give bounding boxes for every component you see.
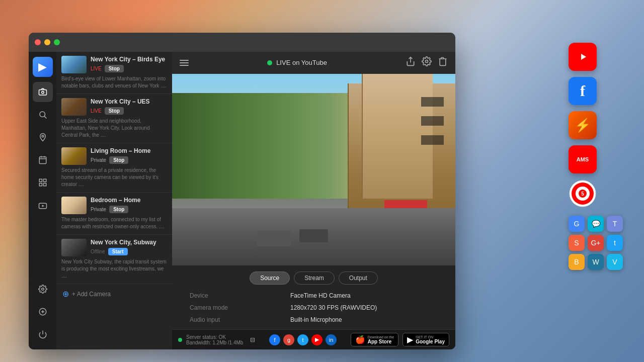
svg-point-21 — [426, 60, 428, 63]
camera-description: New York City Subway, the rapid transit … — [61, 258, 167, 280]
svg-point-15 — [41, 288, 44, 291]
tab-row: Source Stream Output — [180, 272, 448, 285]
list-item[interactable]: Living Room – Home Private Stop Secured … — [56, 143, 172, 193]
social-youtube[interactable]: ▶ — [311, 334, 323, 345]
sidebar-item-location[interactable] — [33, 127, 53, 147]
status-text: Server status: OK Bandwidth: 1.2Mb /1.4M… — [186, 334, 243, 345]
live-label: LIVE on YouTube — [276, 59, 327, 66]
camera-mode-label: Camera mode — [190, 304, 280, 311]
apple-app-store-badge[interactable]: 🍎 Download on the App Store — [351, 333, 399, 346]
trash-icon[interactable] — [438, 56, 448, 69]
apple-badge-text: Download on the App Store — [368, 335, 394, 344]
start-button[interactable]: Start — [108, 248, 128, 255]
mini-icon-s[interactable]: S — [569, 235, 585, 251]
close-button[interactable] — [35, 39, 41, 45]
target-app-icon[interactable]: 5 — [569, 179, 597, 208]
svg-rect-11 — [39, 184, 42, 186]
mini-icon-wordpress[interactable]: W — [588, 254, 604, 270]
audio-input-label: Audio input — [190, 316, 280, 323]
sidebar-item-schedule[interactable] — [33, 150, 53, 170]
status-left: Server status: OK Bandwidth: 1.2Mb /1.4M… — [178, 334, 255, 345]
svg-text:5: 5 — [581, 191, 584, 197]
svg-rect-10 — [43, 179, 46, 182]
facebook-icon: f — [580, 82, 585, 100]
list-item[interactable]: New York City – Birds Eye LIVE Stop Bird… — [56, 52, 172, 94]
social-facebook[interactable]: f — [269, 334, 280, 345]
app-window: ▶ — [29, 33, 455, 349]
minimize-button[interactable] — [44, 39, 50, 45]
apple-badge-prefix: Download on the — [368, 335, 394, 339]
sidebar-item-browse[interactable] — [33, 105, 53, 125]
stop-button[interactable]: Stop — [105, 107, 124, 115]
svg-rect-12 — [43, 184, 46, 186]
share-icon[interactable] — [406, 56, 416, 69]
camera-list: New York City – Birds Eye LIVE Stop Bird… — [56, 52, 172, 349]
camera-description: Secured stream of a private residence, t… — [61, 167, 167, 188]
server-icon: ⊟ — [250, 336, 255, 343]
add-camera-button[interactable]: ⊕ + Add Camera — [56, 284, 172, 304]
youtube-app-icon[interactable] — [569, 43, 597, 71]
video-preview — [172, 74, 455, 265]
facebook-app-icon[interactable]: f — [569, 77, 597, 105]
list-item[interactable]: New York City, Subway Offline Start New … — [56, 235, 172, 284]
mini-icon-v[interactable]: V — [607, 254, 623, 270]
social-links: f g t ▶ in — [269, 334, 337, 345]
title-bar — [29, 33, 455, 52]
status-badge: LIVE — [91, 66, 102, 71]
mini-icon-discord[interactable]: T — [607, 216, 623, 232]
social-twitter[interactable]: t — [297, 334, 308, 345]
status-bar: Server status: OK Bandwidth: 1.2Mb /1.4M… — [172, 329, 455, 349]
svg-point-1 — [41, 92, 44, 94]
stop-button[interactable]: Stop — [109, 206, 128, 213]
sidebar-item-cameras[interactable] — [33, 82, 53, 102]
stop-button[interactable]: Stop — [109, 156, 128, 164]
sidebar-item-settings[interactable] — [33, 279, 53, 299]
status-badge: Private — [91, 207, 106, 212]
tab-source[interactable]: Source — [250, 272, 290, 285]
server-status-dot — [178, 338, 182, 342]
sidebar-icons: ▶ — [29, 52, 56, 349]
app-logo[interactable]: ▶ — [33, 57, 53, 77]
traffic-lights — [35, 39, 60, 45]
svg-point-4 — [42, 135, 44, 137]
mini-icons-cluster: G 💬 T S G+ t B W V — [569, 216, 629, 270]
svg-rect-5 — [39, 157, 46, 164]
list-item[interactable]: New York City – UES LIVE Stop Upper East… — [56, 94, 172, 143]
camera-name: Bedroom – Home — [91, 197, 167, 205]
bottom-controls: Source Stream Output Device FaceTime HD … — [172, 265, 455, 329]
mini-icon-blog[interactable]: B — [569, 254, 585, 270]
sidebar-item-youtube[interactable] — [33, 195, 53, 215]
status-badge: Offline — [91, 249, 105, 254]
tab-stream[interactable]: Stream — [294, 272, 335, 285]
tab-output[interactable]: Output — [339, 272, 378, 285]
google-play-badge[interactable]: ▶ GET IT ON Google Play — [403, 333, 449, 346]
top-bar-actions — [406, 56, 448, 69]
google-badge-name: Google Play — [416, 339, 445, 344]
settings-icon[interactable] — [422, 56, 432, 69]
content-area: LIVE on YouTube — [172, 52, 455, 349]
mini-icon-gp[interactable]: G+ — [588, 235, 604, 251]
social-linkedin[interactable]: in — [326, 334, 337, 345]
google-badge-text: GET IT ON Google Play — [416, 335, 445, 344]
mini-icon-google[interactable]: G — [569, 216, 585, 232]
bolt-app-icon[interactable]: ⚡ — [569, 111, 597, 139]
ams-app-icon[interactable]: AMS — [569, 145, 597, 173]
maximize-button[interactable] — [54, 39, 60, 45]
camera-name: New York City – Birds Eye — [91, 56, 167, 64]
list-item[interactable]: Bedroom – Home Private Stop The master b… — [56, 193, 172, 235]
sidebar-item-grid[interactable] — [33, 172, 53, 193]
menu-button[interactable] — [180, 60, 189, 66]
camera-mode-value: 644x362 30 FPS (RAWVIDEO) — [290, 304, 438, 311]
mini-icon-twitter[interactable]: t — [607, 235, 623, 251]
camera-thumbnail — [61, 197, 87, 214]
social-google[interactable]: g — [283, 334, 294, 345]
sidebar-item-power[interactable] — [33, 324, 53, 344]
apple-badge-name: App Store — [368, 339, 394, 344]
sidebar-item-add[interactable] — [33, 302, 53, 322]
camera-name: Living Room – Home — [91, 147, 167, 155]
status-badge: LIVE — [91, 108, 102, 114]
stop-button[interactable]: Stop — [105, 65, 124, 72]
apple-icon: 🍎 — [355, 335, 365, 344]
mini-icon-chat[interactable]: 💬 — [588, 216, 604, 232]
camera-thumbnail — [61, 147, 87, 165]
